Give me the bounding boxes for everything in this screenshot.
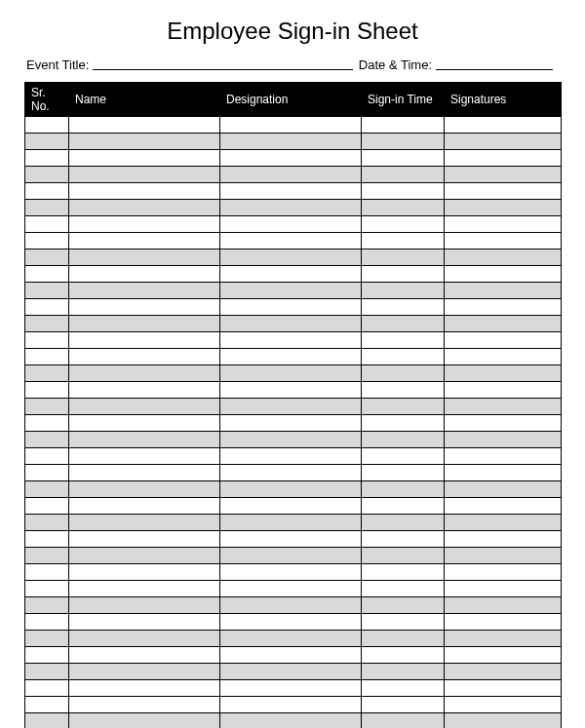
table-cell[interactable]: [445, 531, 562, 548]
table-cell[interactable]: [220, 531, 362, 548]
table-cell[interactable]: [445, 200, 562, 216]
table-cell[interactable]: [220, 249, 362, 266]
table-cell[interactable]: [220, 415, 362, 432]
table-cell[interactable]: [445, 631, 562, 647]
table-cell[interactable]: [69, 465, 220, 481]
table-cell[interactable]: [25, 299, 69, 316]
table-cell[interactable]: [220, 167, 362, 183]
table-cell[interactable]: [220, 647, 362, 664]
table-cell[interactable]: [69, 233, 220, 249]
table-cell[interactable]: [25, 365, 69, 382]
table-cell[interactable]: [69, 299, 220, 316]
table-cell[interactable]: [25, 382, 69, 399]
table-cell[interactable]: [445, 647, 562, 664]
table-cell[interactable]: [69, 365, 220, 382]
table-cell[interactable]: [25, 631, 69, 647]
table-cell[interactable]: [362, 515, 445, 531]
table-cell[interactable]: [25, 233, 69, 249]
table-cell[interactable]: [445, 332, 562, 349]
table-cell[interactable]: [25, 597, 69, 614]
table-cell[interactable]: [69, 200, 220, 216]
table-cell[interactable]: [445, 713, 562, 729]
table-cell[interactable]: [25, 564, 69, 581]
table-cell[interactable]: [69, 614, 220, 631]
table-cell[interactable]: [362, 349, 445, 365]
table-cell[interactable]: [25, 134, 69, 150]
table-cell[interactable]: [362, 498, 445, 515]
table-cell[interactable]: [69, 481, 220, 498]
table-cell[interactable]: [25, 432, 69, 448]
table-cell[interactable]: [445, 481, 562, 498]
table-cell[interactable]: [25, 498, 69, 515]
table-cell[interactable]: [362, 283, 445, 299]
table-cell[interactable]: [220, 365, 362, 382]
table-cell[interactable]: [25, 167, 69, 183]
table-cell[interactable]: [445, 465, 562, 481]
table-cell[interactable]: [69, 216, 220, 233]
table-cell[interactable]: [445, 664, 562, 680]
table-cell[interactable]: [445, 117, 562, 134]
table-cell[interactable]: [445, 680, 562, 697]
table-cell[interactable]: [362, 631, 445, 647]
table-cell[interactable]: [362, 713, 445, 729]
table-cell[interactable]: [220, 614, 362, 631]
table-cell[interactable]: [362, 481, 445, 498]
table-cell[interactable]: [445, 150, 562, 167]
table-cell[interactable]: [220, 548, 362, 564]
table-cell[interactable]: [362, 200, 445, 216]
table-cell[interactable]: [25, 415, 69, 432]
table-cell[interactable]: [445, 266, 562, 283]
table-cell[interactable]: [445, 233, 562, 249]
table-cell[interactable]: [445, 399, 562, 415]
table-cell[interactable]: [25, 581, 69, 597]
table-cell[interactable]: [25, 399, 69, 415]
table-cell[interactable]: [445, 216, 562, 233]
table-cell[interactable]: [220, 465, 362, 481]
table-cell[interactable]: [69, 399, 220, 415]
table-cell[interactable]: [25, 266, 69, 283]
table-cell[interactable]: [25, 448, 69, 465]
table-cell[interactable]: [220, 680, 362, 697]
table-cell[interactable]: [69, 713, 220, 729]
event-title-field[interactable]: [93, 57, 353, 70]
table-cell[interactable]: [445, 183, 562, 200]
table-cell[interactable]: [69, 134, 220, 150]
table-cell[interactable]: [362, 316, 445, 332]
table-cell[interactable]: [220, 283, 362, 299]
table-cell[interactable]: [69, 167, 220, 183]
table-cell[interactable]: [69, 664, 220, 680]
table-cell[interactable]: [445, 515, 562, 531]
table-cell[interactable]: [362, 597, 445, 614]
table-cell[interactable]: [220, 481, 362, 498]
table-cell[interactable]: [362, 664, 445, 680]
table-cell[interactable]: [25, 515, 69, 531]
table-cell[interactable]: [362, 564, 445, 581]
table-cell[interactable]: [445, 283, 562, 299]
table-cell[interactable]: [69, 349, 220, 365]
table-cell[interactable]: [25, 548, 69, 564]
table-cell[interactable]: [445, 614, 562, 631]
table-cell[interactable]: [69, 283, 220, 299]
table-cell[interactable]: [362, 399, 445, 415]
table-cell[interactable]: [362, 415, 445, 432]
table-cell[interactable]: [220, 299, 362, 316]
table-cell[interactable]: [362, 266, 445, 283]
table-cell[interactable]: [220, 349, 362, 365]
table-cell[interactable]: [69, 448, 220, 465]
table-cell[interactable]: [220, 332, 362, 349]
table-cell[interactable]: [220, 316, 362, 332]
table-cell[interactable]: [362, 183, 445, 200]
table-cell[interactable]: [69, 515, 220, 531]
table-cell[interactable]: [69, 316, 220, 332]
table-cell[interactable]: [25, 316, 69, 332]
table-cell[interactable]: [445, 249, 562, 266]
table-cell[interactable]: [69, 183, 220, 200]
table-cell[interactable]: [445, 134, 562, 150]
table-cell[interactable]: [220, 432, 362, 448]
table-cell[interactable]: [220, 498, 362, 515]
table-cell[interactable]: [445, 498, 562, 515]
table-cell[interactable]: [362, 233, 445, 249]
table-cell[interactable]: [25, 249, 69, 266]
table-cell[interactable]: [362, 614, 445, 631]
table-cell[interactable]: [220, 515, 362, 531]
